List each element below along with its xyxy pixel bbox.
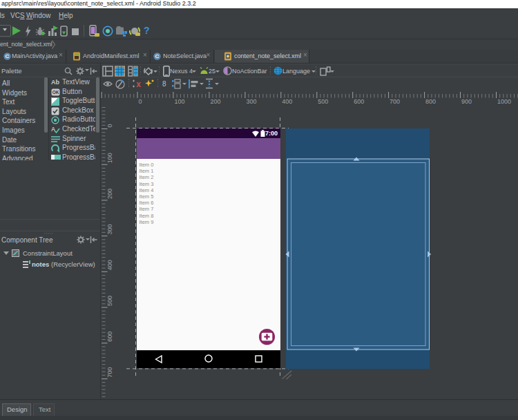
svg-text:C: C	[155, 53, 160, 59]
svg-text:C: C	[6, 53, 10, 59]
svg-text:x: x	[136, 79, 141, 89]
svg-text:OK: OK	[52, 90, 59, 95]
